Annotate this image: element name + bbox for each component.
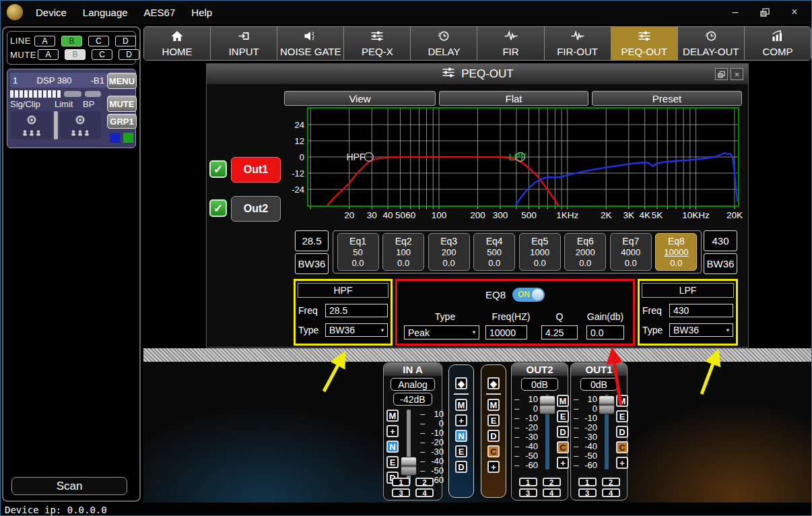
channel-fader[interactable] xyxy=(538,393,557,471)
strip-button-e[interactable]: E xyxy=(386,456,399,468)
strip-button-d[interactable]: D xyxy=(557,426,569,438)
lpf-type-select[interactable]: BW36▼ xyxy=(669,323,733,337)
strip-button-e[interactable]: E xyxy=(616,410,628,422)
strip-button-c[interactable]: C xyxy=(557,441,569,453)
tab-peq-x[interactable]: PEQ-X xyxy=(344,27,411,60)
eq-band-eq8-button[interactable]: Eq8100000.0 xyxy=(655,233,697,271)
routing-button-3[interactable]: 3 xyxy=(392,488,410,497)
strip-button-m[interactable]: M xyxy=(386,410,399,422)
mute-channel-d-button[interactable]: D xyxy=(119,49,139,60)
menu-item-aes67[interactable]: AES67 xyxy=(137,4,182,21)
routing-button-2[interactable]: 2 xyxy=(415,478,434,486)
eq-band-eq3-button[interactable]: Eq32000.0 xyxy=(428,233,470,271)
channel-fader[interactable] xyxy=(399,408,419,486)
hpf-type-select[interactable]: BW36▼ xyxy=(325,323,388,337)
fader-thumb[interactable] xyxy=(539,395,555,414)
preset-button[interactable]: Preset xyxy=(592,91,742,106)
strip-button-d[interactable]: D xyxy=(487,430,500,442)
menu-item-device[interactable]: Device xyxy=(29,4,73,21)
line-channel-c-button[interactable]: C xyxy=(88,36,109,46)
eq-band-eq5-button[interactable]: Eq510000.0 xyxy=(519,233,561,271)
minimize-button[interactable]: – xyxy=(724,3,747,21)
mute-channel-b-button[interactable]: B xyxy=(65,49,86,60)
strip-button-d[interactable]: D xyxy=(616,426,628,438)
device-card[interactable]: 1 DSP 380 -B1 Sig/Clip Limit BP xyxy=(7,69,136,148)
strip-button-n[interactable]: N xyxy=(386,441,399,453)
eq-band-eq1-button[interactable]: Eq1500.0 xyxy=(337,233,379,271)
panel-divider[interactable] xyxy=(143,348,811,362)
menu-item-help[interactable]: Help xyxy=(184,4,219,21)
close-button[interactable]: × xyxy=(783,3,806,21)
strip-button-e[interactable]: E xyxy=(455,445,467,457)
routing-button-1[interactable]: 1 xyxy=(578,478,597,486)
strip-button-m[interactable]: M xyxy=(616,395,628,407)
fader-thumb[interactable] xyxy=(599,395,615,414)
routing-button-1[interactable]: 1 xyxy=(519,478,537,486)
line-channel-a-button[interactable]: A xyxy=(34,36,55,46)
source-group-a-icon[interactable] xyxy=(11,111,53,139)
eq8-freq-input[interactable]: 10000 xyxy=(485,325,527,340)
tab-delay[interactable]: DELAY xyxy=(411,27,477,60)
mute-channel-a-button[interactable]: A xyxy=(38,49,59,60)
routing-button-4[interactable]: 4 xyxy=(415,488,434,497)
routing-button-1[interactable]: 1 xyxy=(392,478,410,486)
tab-peq-out[interactable]: PEQ-OUT xyxy=(611,27,678,60)
out2-checkbox[interactable]: ✓ xyxy=(209,199,227,217)
strip-button-e[interactable]: E xyxy=(557,410,569,422)
eq-band-eq7-button[interactable]: Eq740000.0 xyxy=(610,233,652,271)
strip-button-plus[interactable]: + xyxy=(455,414,467,426)
tab-delay-out[interactable]: DELAY-OUT xyxy=(678,27,745,60)
hpf-freq-input[interactable]: 28.5 xyxy=(325,304,388,317)
tab-fir[interactable]: FIR xyxy=(477,27,544,60)
line-channel-b-button[interactable]: B xyxy=(61,36,82,46)
gain-value-display[interactable]: -42dB xyxy=(393,393,432,406)
strip-button-plus[interactable]: + xyxy=(386,425,399,437)
tab-noise-gate[interactable]: NOISE GATE xyxy=(277,27,344,60)
strip-button-n[interactable]: N xyxy=(455,430,467,442)
out2-button[interactable]: Out2 xyxy=(231,196,281,222)
strip-button-e[interactable]: E xyxy=(487,414,500,426)
tab-fir-out[interactable]: FIR-OUT xyxy=(545,27,611,60)
device-menu-button[interactable]: MENU xyxy=(107,73,137,89)
routing-button-2[interactable]: 2 xyxy=(543,478,561,486)
line-channel-d-button[interactable]: D xyxy=(115,36,136,46)
menu-item-language[interactable]: Language xyxy=(76,4,135,21)
tab-home[interactable]: HOME xyxy=(144,27,211,60)
flat-button[interactable]: Flat xyxy=(439,91,588,106)
strip-button-c[interactable]: C xyxy=(487,445,500,457)
eq-response-graph[interactable]: 24120-12-24HPFLPF20304050601002003005001… xyxy=(285,106,743,222)
strip-button-plus[interactable]: + xyxy=(487,461,500,473)
fader-thumb[interactable] xyxy=(401,457,417,476)
source-group-b-icon[interactable] xyxy=(59,111,101,139)
view-button[interactable]: View xyxy=(284,91,436,106)
eq-band-eq6-button[interactable]: Eq620000.0 xyxy=(564,233,606,271)
out1-checkbox[interactable]: ✓ xyxy=(209,160,227,178)
lpf-freq-input[interactable]: 430 xyxy=(669,304,733,317)
tab-comp[interactable]: COMP xyxy=(745,27,811,60)
routing-button-4[interactable]: 4 xyxy=(602,488,620,497)
strip-button-c[interactable]: C xyxy=(616,441,628,453)
channel-fader[interactable] xyxy=(597,393,616,471)
strip-button-m[interactable]: M xyxy=(455,399,467,411)
panel-close-button[interactable]: × xyxy=(731,68,743,80)
strip-button-plus[interactable]: + xyxy=(557,457,569,469)
eq8-type-select[interactable]: Peak▼ xyxy=(404,325,479,340)
routing-button-4[interactable]: 4 xyxy=(543,488,561,497)
strip-button-m[interactable]: M xyxy=(487,399,500,411)
eq-band-eq4-button[interactable]: Eq45000.0 xyxy=(473,233,515,271)
diamond-button[interactable]: ◆ xyxy=(455,377,467,389)
panel-restore-button[interactable] xyxy=(715,68,728,80)
gain-value-display[interactable]: 0dB xyxy=(521,378,558,391)
restore-button[interactable] xyxy=(753,3,776,21)
strip-button-m[interactable]: M xyxy=(557,395,569,407)
strip-button-plus[interactable]: + xyxy=(616,457,628,469)
diamond-button[interactable]: ◆ xyxy=(487,377,500,389)
out1-button[interactable]: Out1 xyxy=(231,157,281,183)
eq8-on-toggle[interactable]: ON xyxy=(512,288,545,302)
gain-value-display[interactable]: 0dB xyxy=(580,378,617,391)
routing-button-2[interactable]: 2 xyxy=(602,478,620,486)
routing-button-3[interactable]: 3 xyxy=(578,488,597,497)
tab-input[interactable]: INPUT xyxy=(211,27,277,60)
input-source-button[interactable]: Analog xyxy=(391,378,435,391)
device-mute-button[interactable]: MUTE xyxy=(107,96,137,112)
